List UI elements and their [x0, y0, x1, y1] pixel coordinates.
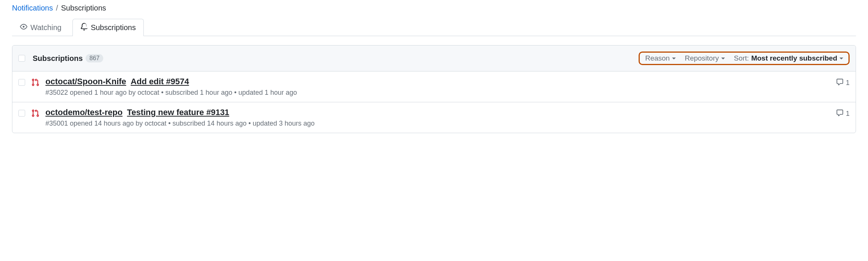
select-all-checkbox[interactable] — [18, 55, 25, 62]
subscription-row: octodemo/test-repo Testing new feature #… — [12, 102, 856, 133]
subscriptions-box: Subscriptions 867 Reason Repository Sort… — [12, 45, 856, 133]
tab-watching[interactable]: Watching — [12, 19, 69, 36]
subscriptions-count-badge: 867 — [86, 54, 103, 62]
row-comments[interactable]: 1 — [836, 109, 850, 118]
pull-request-closed-icon — [31, 109, 39, 118]
row-comments-count: 1 — [846, 79, 850, 87]
chevron-down-icon — [721, 58, 725, 59]
tab-nav: Watching Subscriptions — [12, 18, 856, 36]
filter-sort[interactable]: Sort: Most recently subscribed — [734, 54, 843, 62]
row-checkbox[interactable] — [18, 110, 25, 117]
filter-sort-value: Most recently subscribed — [751, 54, 837, 62]
row-title-link[interactable]: Testing new feature #9131 — [127, 108, 229, 117]
row-comments-count: 1 — [846, 110, 850, 118]
subscription-row: octocat/Spoon-Knife Add edit #9574 #3502… — [12, 71, 856, 102]
filter-repository[interactable]: Repository — [685, 54, 725, 62]
row-comments[interactable]: 1 — [836, 78, 850, 88]
filter-sort-label: Sort: — [734, 54, 749, 62]
row-repo-link[interactable]: octodemo/test-repo — [45, 108, 122, 117]
comment-icon — [836, 78, 844, 88]
row-meta: #35022 opened 1 hour ago by octocat • su… — [45, 89, 830, 97]
eye-icon — [20, 23, 27, 32]
box-header: Subscriptions 867 Reason Repository Sort… — [12, 46, 856, 71]
breadcrumb-separator: / — [56, 4, 58, 12]
row-repo-link[interactable]: octocat/Spoon-Knife — [45, 77, 126, 86]
breadcrumb-current: Subscriptions — [61, 4, 106, 12]
breadcrumb: Notifications / Subscriptions — [12, 4, 856, 18]
row-title-link[interactable]: Add edit #9574 — [131, 77, 189, 86]
filters-group: Reason Repository Sort: Most recently su… — [639, 52, 850, 65]
filter-repository-label: Repository — [685, 54, 719, 62]
comment-icon — [836, 109, 844, 118]
row-meta: #35001 opened 14 hours ago by octocat • … — [45, 120, 830, 127]
filter-reason-label: Reason — [645, 54, 670, 62]
row-checkbox[interactable] — [18, 79, 25, 86]
tab-subscriptions-label: Subscriptions — [91, 23, 136, 32]
pull-request-closed-icon — [31, 78, 39, 88]
chevron-down-icon — [672, 58, 676, 59]
breadcrumb-parent-link[interactable]: Notifications — [12, 4, 53, 12]
tab-watching-label: Watching — [30, 23, 62, 32]
chevron-down-icon — [839, 58, 843, 59]
tab-subscriptions[interactable]: Subscriptions — [72, 19, 144, 36]
filter-reason[interactable]: Reason — [645, 54, 676, 62]
bell-icon — [80, 23, 88, 32]
header-title: Subscriptions — [33, 54, 83, 63]
